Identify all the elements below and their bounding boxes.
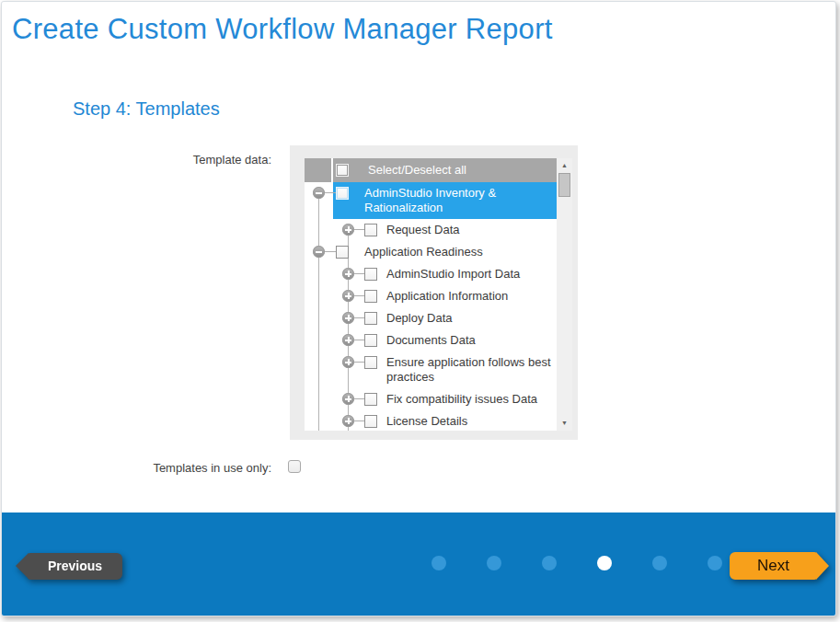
templates-in-use-label: Templates in use only: (94, 461, 271, 475)
select-all-checkbox[interactable] (336, 164, 349, 177)
tree-item-label: AdminStudio Inventory & Rationalization (364, 186, 496, 214)
tree-item-checkbox[interactable] (364, 268, 377, 281)
tree-connector-line (354, 362, 364, 363)
tree-item[interactable]: Deploy Data (333, 307, 557, 329)
expand-icon[interactable] (342, 393, 354, 405)
tree-item-label: License Details (386, 414, 467, 428)
next-button-label: Next (730, 552, 817, 580)
tree-item-checkbox[interactable] (336, 246, 349, 259)
tree-item-checkbox[interactable] (364, 224, 377, 236)
tree-item-label: Request Data (386, 223, 460, 236)
expand-icon[interactable] (342, 356, 354, 368)
step-dot-6 (708, 556, 722, 570)
step-dot-3 (542, 556, 557, 570)
tree-item-label: Application Information (386, 289, 508, 303)
screen: Create Custom Workflow Manager Report St… (0, 0, 840, 622)
tree-connector-line (354, 420, 364, 421)
tree-item[interactable]: AdminStudio Inventory & Rationalization (333, 182, 557, 219)
tree-item[interactable]: Application Information (333, 285, 557, 307)
tree-item-checkbox[interactable] (364, 356, 377, 369)
tree-connector-line (354, 295, 364, 296)
step-progress-dots (432, 556, 722, 570)
expand-icon[interactable] (342, 312, 354, 324)
tree-item-label: Ensure application follows best practice… (386, 355, 551, 384)
scrollbar-thumb[interactable] (558, 173, 570, 197)
select-all-label: Select/Deselect all (368, 163, 466, 177)
tree-header-gutter (305, 158, 331, 182)
previous-arrow-icon (16, 553, 29, 579)
previous-button-label: Previous (28, 553, 122, 580)
tree-item-checkbox[interactable] (364, 312, 377, 325)
tree-item[interactable]: Request Data (333, 219, 557, 241)
next-arrow-icon (816, 552, 829, 580)
tree-connector-line (354, 317, 364, 318)
wizard-page: Create Custom Workflow Manager Report St… (1, 1, 836, 616)
step-dot-1 (432, 556, 446, 570)
wizard-footer: Previous Next (2, 513, 835, 616)
tree-item-label: AdminStudio Import Data (386, 267, 520, 281)
select-deselect-all-cell[interactable]: Select/Deselect all (333, 158, 557, 182)
step-dot-5 (652, 556, 667, 570)
tree-item-label: Fix compatibility issues Data (386, 392, 537, 406)
expand-icon[interactable] (342, 224, 354, 236)
page-title: Create Custom Workflow Manager Report (12, 13, 553, 46)
next-button[interactable]: Next (730, 552, 817, 580)
tree-item-checkbox[interactable] (364, 415, 377, 428)
expand-icon[interactable] (342, 334, 354, 346)
tree-item[interactable]: Ensure application follows best practice… (333, 351, 557, 388)
tree-item[interactable]: Fix compatibility issues Data (333, 388, 557, 410)
scroll-up-icon[interactable]: ▲ (557, 159, 572, 172)
scrollbar-track[interactable]: ▲ ▼ (557, 158, 572, 431)
tree-item[interactable]: Documents Data (333, 329, 557, 351)
template-data-label: Template data: (94, 153, 271, 167)
previous-button[interactable]: Previous (28, 553, 122, 580)
tree-item-checkbox[interactable] (364, 393, 377, 406)
step-heading: Step 4: Templates (73, 98, 220, 120)
expand-icon[interactable] (342, 290, 354, 302)
tree-connector-line (325, 251, 336, 252)
step-dot-2 (487, 556, 501, 570)
tree-connector-line (354, 229, 364, 230)
tree-body: AdminStudio Inventory & RationalizationR… (305, 182, 557, 431)
tree-item-label: Application Readiness (364, 245, 483, 259)
expand-icon[interactable] (342, 268, 354, 280)
template-tree-panel: Select/Deselect all AdminStudio Inventor… (290, 145, 578, 440)
tree-item-label: Deploy Data (386, 311, 453, 325)
tree-item-checkbox[interactable] (364, 290, 377, 303)
collapse-icon[interactable] (313, 246, 325, 258)
template-tree-list: Select/Deselect all AdminStudio Inventor… (305, 158, 572, 431)
step-dot-4-active (597, 556, 612, 570)
templates-in-use-checkbox[interactable] (288, 460, 301, 473)
tree-item[interactable]: Application Readiness (333, 241, 557, 263)
collapse-icon[interactable] (313, 187, 325, 199)
tree-item[interactable]: AdminStudio Import Data (333, 263, 557, 285)
tree-item-checkbox[interactable] (364, 334, 377, 347)
expand-icon[interactable] (342, 415, 354, 427)
tree-connector-line (325, 192, 336, 193)
tree-connector-line (354, 273, 364, 274)
tree-connector-line (354, 398, 364, 399)
tree-connector-line (354, 340, 364, 340)
scroll-down-icon[interactable]: ▼ (557, 417, 572, 430)
tree-item-checkbox[interactable] (336, 187, 349, 200)
tree-header-row[interactable]: Select/Deselect all (305, 158, 557, 182)
tree-item[interactable]: License Details (333, 410, 557, 431)
tree-item-label: Documents Data (386, 333, 476, 347)
tree-vertical-line (318, 193, 319, 431)
